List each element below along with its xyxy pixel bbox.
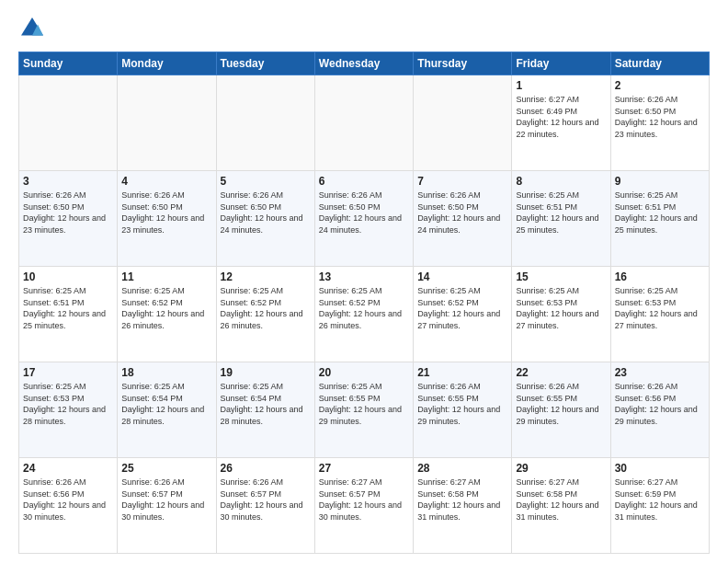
calendar-header-wednesday: Wednesday: [314, 52, 413, 75]
calendar-cell: 1Sunrise: 6:27 AM Sunset: 6:49 PM Daylig…: [512, 75, 610, 171]
calendar-header-thursday: Thursday: [414, 52, 512, 75]
calendar-cell: 7Sunrise: 6:26 AM Sunset: 6:50 PM Daylig…: [414, 171, 512, 267]
day-info: Sunrise: 6:27 AM Sunset: 6:49 PM Dayligh…: [516, 94, 606, 140]
calendar-cell: [216, 75, 314, 171]
day-number: 3: [23, 175, 113, 188]
day-number: 12: [221, 270, 311, 283]
calendar-cell: 29Sunrise: 6:27 AM Sunset: 6:58 PM Dayli…: [512, 458, 610, 554]
calendar-header-tuesday: Tuesday: [216, 52, 314, 75]
calendar-cell: 2Sunrise: 6:26 AM Sunset: 6:50 PM Daylig…: [610, 75, 709, 171]
calendar-cell: [19, 75, 118, 171]
calendar-cell: 19Sunrise: 6:25 AM Sunset: 6:54 PM Dayli…: [216, 362, 314, 458]
calendar-header-monday: Monday: [118, 52, 216, 75]
day-number: 29: [516, 462, 606, 475]
day-info: Sunrise: 6:25 AM Sunset: 6:51 PM Dayligh…: [615, 190, 705, 236]
day-info: Sunrise: 6:26 AM Sunset: 6:50 PM Dayligh…: [121, 190, 211, 236]
calendar-table: SundayMondayTuesdayWednesdayThursdayFrid…: [18, 52, 710, 554]
day-info: Sunrise: 6:25 AM Sunset: 6:53 PM Dayligh…: [23, 381, 113, 427]
calendar-cell: 26Sunrise: 6:26 AM Sunset: 6:57 PM Dayli…: [216, 458, 314, 554]
calendar-cell: 8Sunrise: 6:25 AM Sunset: 6:51 PM Daylig…: [512, 171, 610, 267]
calendar-cell: 20Sunrise: 6:25 AM Sunset: 6:55 PM Dayli…: [314, 362, 413, 458]
day-info: Sunrise: 6:26 AM Sunset: 6:50 PM Dayligh…: [319, 190, 409, 236]
day-number: 7: [417, 175, 507, 188]
calendar-week-4: 17Sunrise: 6:25 AM Sunset: 6:53 PM Dayli…: [19, 362, 710, 458]
calendar-header-saturday: Saturday: [610, 52, 709, 75]
day-info: Sunrise: 6:27 AM Sunset: 6:57 PM Dayligh…: [319, 477, 409, 523]
day-info: Sunrise: 6:26 AM Sunset: 6:55 PM Dayligh…: [516, 381, 606, 427]
day-info: Sunrise: 6:26 AM Sunset: 6:50 PM Dayligh…: [23, 190, 113, 236]
day-info: Sunrise: 6:25 AM Sunset: 6:55 PM Dayligh…: [319, 381, 409, 427]
day-info: Sunrise: 6:26 AM Sunset: 6:57 PM Dayligh…: [221, 477, 311, 523]
calendar-cell: 23Sunrise: 6:26 AM Sunset: 6:56 PM Dayli…: [610, 362, 709, 458]
day-number: 21: [417, 366, 507, 379]
day-info: Sunrise: 6:27 AM Sunset: 6:58 PM Dayligh…: [516, 477, 606, 523]
day-info: Sunrise: 6:25 AM Sunset: 6:53 PM Dayligh…: [615, 285, 705, 331]
calendar-cell: 28Sunrise: 6:27 AM Sunset: 6:58 PM Dayli…: [414, 458, 512, 554]
calendar-cell: 11Sunrise: 6:25 AM Sunset: 6:52 PM Dayli…: [118, 267, 216, 362]
logo-icon: [18, 15, 46, 42]
day-number: 18: [121, 366, 211, 379]
calendar-header-friday: Friday: [512, 52, 610, 75]
calendar-cell: 16Sunrise: 6:25 AM Sunset: 6:53 PM Dayli…: [610, 267, 709, 362]
day-number: 10: [23, 270, 113, 283]
day-number: 27: [319, 462, 409, 475]
calendar-cell: 25Sunrise: 6:26 AM Sunset: 6:57 PM Dayli…: [118, 458, 216, 554]
day-info: Sunrise: 6:25 AM Sunset: 6:53 PM Dayligh…: [516, 285, 606, 331]
day-info: Sunrise: 6:25 AM Sunset: 6:52 PM Dayligh…: [319, 285, 409, 331]
calendar-cell: 14Sunrise: 6:25 AM Sunset: 6:52 PM Dayli…: [414, 267, 512, 362]
day-number: 13: [319, 270, 409, 283]
calendar-cell: [414, 75, 512, 171]
day-info: Sunrise: 6:26 AM Sunset: 6:56 PM Dayligh…: [615, 381, 705, 427]
day-number: 14: [417, 270, 507, 283]
day-number: 30: [615, 462, 705, 475]
day-number: 1: [516, 79, 606, 92]
calendar-cell: 17Sunrise: 6:25 AM Sunset: 6:53 PM Dayli…: [19, 362, 118, 458]
calendar-header-sunday: Sunday: [19, 52, 118, 75]
day-number: 8: [516, 175, 606, 188]
header: [18, 15, 710, 42]
calendar-cell: 6Sunrise: 6:26 AM Sunset: 6:50 PM Daylig…: [314, 171, 413, 267]
day-number: 26: [221, 462, 311, 475]
day-number: 25: [121, 462, 211, 475]
day-number: 28: [417, 462, 507, 475]
day-number: 11: [121, 270, 211, 283]
logo: [18, 15, 50, 42]
day-info: Sunrise: 6:25 AM Sunset: 6:54 PM Dayligh…: [121, 381, 211, 427]
day-info: Sunrise: 6:25 AM Sunset: 6:54 PM Dayligh…: [221, 381, 311, 427]
day-info: Sunrise: 6:26 AM Sunset: 6:50 PM Dayligh…: [615, 94, 705, 140]
day-number: 17: [23, 366, 113, 379]
calendar-cell: 13Sunrise: 6:25 AM Sunset: 6:52 PM Dayli…: [314, 267, 413, 362]
day-info: Sunrise: 6:26 AM Sunset: 6:50 PM Dayligh…: [417, 190, 507, 236]
day-info: Sunrise: 6:25 AM Sunset: 6:52 PM Dayligh…: [417, 285, 507, 331]
calendar-cell: 4Sunrise: 6:26 AM Sunset: 6:50 PM Daylig…: [118, 171, 216, 267]
calendar-cell: 24Sunrise: 6:26 AM Sunset: 6:56 PM Dayli…: [19, 458, 118, 554]
day-number: 16: [615, 270, 705, 283]
day-number: 19: [221, 366, 311, 379]
page: SundayMondayTuesdayWednesdayThursdayFrid…: [0, 0, 728, 563]
day-info: Sunrise: 6:26 AM Sunset: 6:56 PM Dayligh…: [23, 477, 113, 523]
calendar-cell: [314, 75, 413, 171]
day-number: 6: [319, 175, 409, 188]
calendar-header-row: SundayMondayTuesdayWednesdayThursdayFrid…: [19, 52, 710, 75]
day-info: Sunrise: 6:26 AM Sunset: 6:55 PM Dayligh…: [417, 381, 507, 427]
day-info: Sunrise: 6:27 AM Sunset: 6:58 PM Dayligh…: [417, 477, 507, 523]
calendar-cell: 15Sunrise: 6:25 AM Sunset: 6:53 PM Dayli…: [512, 267, 610, 362]
day-info: Sunrise: 6:25 AM Sunset: 6:51 PM Dayligh…: [516, 190, 606, 236]
calendar-cell: 10Sunrise: 6:25 AM Sunset: 6:51 PM Dayli…: [19, 267, 118, 362]
calendar-week-2: 3Sunrise: 6:26 AM Sunset: 6:50 PM Daylig…: [19, 171, 710, 267]
calendar-cell: 3Sunrise: 6:26 AM Sunset: 6:50 PM Daylig…: [19, 171, 118, 267]
calendar-week-3: 10Sunrise: 6:25 AM Sunset: 6:51 PM Dayli…: [19, 267, 710, 362]
calendar-cell: 22Sunrise: 6:26 AM Sunset: 6:55 PM Dayli…: [512, 362, 610, 458]
day-number: 23: [615, 366, 705, 379]
calendar-cell: 12Sunrise: 6:25 AM Sunset: 6:52 PM Dayli…: [216, 267, 314, 362]
calendar-cell: [118, 75, 216, 171]
day-number: 5: [221, 175, 311, 188]
day-number: 20: [319, 366, 409, 379]
day-info: Sunrise: 6:26 AM Sunset: 6:57 PM Dayligh…: [121, 477, 211, 523]
day-info: Sunrise: 6:25 AM Sunset: 6:51 PM Dayligh…: [23, 285, 113, 331]
calendar-cell: 9Sunrise: 6:25 AM Sunset: 6:51 PM Daylig…: [610, 171, 709, 267]
day-info: Sunrise: 6:25 AM Sunset: 6:52 PM Dayligh…: [221, 285, 311, 331]
calendar-cell: 5Sunrise: 6:26 AM Sunset: 6:50 PM Daylig…: [216, 171, 314, 267]
day-number: 22: [516, 366, 606, 379]
day-number: 2: [615, 79, 705, 92]
